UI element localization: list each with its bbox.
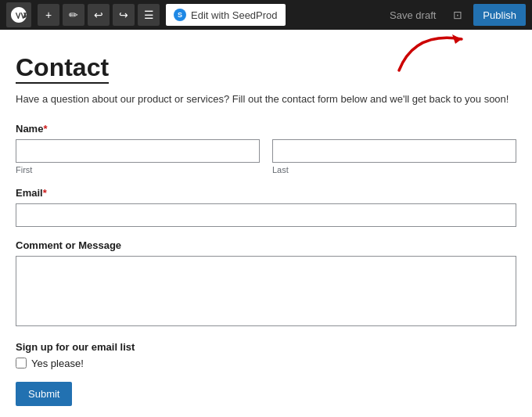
email-label: Email*: [16, 187, 516, 199]
undo-icon: ↩: [94, 9, 103, 21]
seedprod-button[interactable]: S Edit with SeedProd: [166, 4, 286, 26]
last-name-input[interactable]: [272, 139, 516, 163]
add-icon: +: [45, 9, 52, 21]
preview-icon: ⊡: [453, 9, 462, 21]
redo-button[interactable]: ↪: [113, 4, 135, 26]
last-name-wrap: Last: [272, 139, 516, 174]
preview-button[interactable]: ⊡: [448, 5, 467, 24]
more-button[interactable]: ☰: [138, 4, 160, 26]
name-required-star: *: [43, 123, 47, 135]
content-area: Contact Have a question about our produc…: [0, 30, 532, 417]
wp-logo-icon: [11, 7, 27, 23]
name-label: Name*: [16, 123, 516, 135]
yes-please-checkbox[interactable]: [16, 358, 27, 368]
email-list-label: Sign up for our email list: [16, 341, 516, 353]
redo-icon: ↪: [119, 9, 128, 21]
last-name-label: Last: [272, 165, 516, 174]
pen-icon: ✏: [69, 9, 78, 21]
seedprod-icon: S: [174, 9, 186, 21]
email-section: Email*: [16, 187, 516, 227]
page-title: Contact: [16, 53, 109, 84]
email-required-star: *: [43, 187, 47, 199]
toolbar: + ✏ ↩ ↪ ☰ S Edit with SeedProd Save draf…: [0, 0, 532, 30]
publish-button[interactable]: Publish: [473, 4, 526, 26]
edit-button[interactable]: ✏: [63, 4, 84, 26]
more-icon: ☰: [144, 9, 154, 21]
checkbox-row: Yes please!: [16, 358, 516, 369]
undo-button[interactable]: ↩: [88, 4, 110, 26]
page-description: Have a question about our product or ser…: [16, 92, 516, 107]
name-row: First Last: [16, 139, 516, 174]
toolbar-right: Save draft ⊡ Publish: [383, 4, 526, 26]
email-list-section: Sign up for our email list Yes please!: [16, 341, 516, 369]
save-draft-button[interactable]: Save draft: [383, 6, 442, 24]
comment-label: Comment or Message: [16, 239, 516, 251]
email-input[interactable]: [16, 203, 516, 227]
yes-please-label: Yes please!: [31, 358, 84, 369]
name-section: Name* First Last: [16, 123, 516, 174]
wordpress-logo: [6, 2, 31, 27]
submit-button[interactable]: Submit: [16, 382, 72, 406]
seedprod-label: Edit with SeedProd: [191, 9, 278, 21]
first-name-wrap: First: [16, 139, 260, 174]
comment-textarea[interactable]: [16, 256, 516, 326]
add-button[interactable]: +: [38, 4, 59, 26]
first-name-input[interactable]: [16, 139, 260, 163]
comment-section: Comment or Message: [16, 239, 516, 329]
first-name-label: First: [16, 165, 260, 174]
